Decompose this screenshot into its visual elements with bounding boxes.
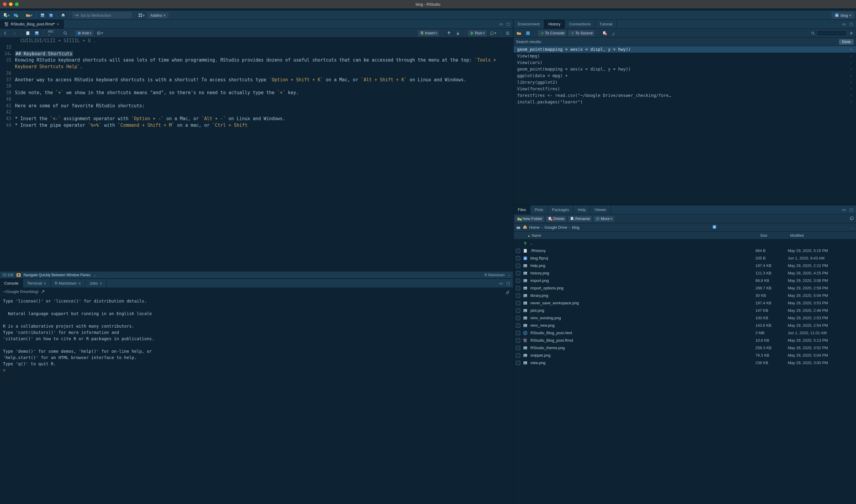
- grid-view-button[interactable]: ▾: [137, 12, 146, 18]
- file-row[interactable]: library.png30 KBMay 29, 2020, 5:04 PM: [514, 292, 856, 299]
- delete-button[interactable]: Delete: [546, 216, 566, 222]
- save-all-button[interactable]: [47, 12, 54, 18]
- popout-icon[interactable]: [40, 289, 45, 294]
- file-checkbox[interactable]: [516, 286, 520, 290]
- open-file-button[interactable]: ▾: [24, 12, 34, 18]
- maximize-pane-button[interactable]: ▢: [505, 21, 511, 27]
- file-checkbox[interactable]: [516, 264, 520, 268]
- more-button[interactable]: More▾: [594, 216, 614, 222]
- file-row[interactable]: RStudio_theme.png258.3 KBMay 28, 2020, 3…: [514, 344, 856, 352]
- find-replace-button[interactable]: [62, 30, 69, 36]
- editor-content[interactable]: CUIILIUI/CLII + SIIIIL + U .3334▾## Keyb…: [0, 38, 513, 271]
- to-source-button[interactable]: To Source: [568, 30, 595, 36]
- history-item[interactable]: forestfires <- read.csv("~/Google Drive/…: [514, 92, 856, 98]
- addins-menu[interactable]: Addins▾: [147, 12, 169, 19]
- file-row[interactable]: Rblog.Rproj205 BJun 1, 2020, 9:43 AM: [514, 254, 856, 262]
- file-row[interactable]: plot.png147 KBMay 29, 2020, 2:48 PM: [514, 307, 856, 314]
- files-tab-files[interactable]: Files: [514, 205, 530, 214]
- file-row[interactable]: snippet.png79.3 KBMay 29, 2020, 5:04 PM: [514, 352, 856, 359]
- spellcheck-button[interactable]: ABC✓: [47, 29, 55, 37]
- breadcrumb-segment[interactable]: blog: [572, 225, 579, 230]
- code-line[interactable]: 40: [0, 96, 513, 103]
- files-tab-plots[interactable]: Plots: [530, 205, 548, 214]
- save-history-button[interactable]: [524, 30, 532, 36]
- to-console-button[interactable]: To Console: [538, 30, 566, 36]
- jump-up-button[interactable]: [445, 30, 452, 36]
- code-line[interactable]: 38: [0, 83, 513, 90]
- file-row[interactable]: history.png121.3 KBMay 29, 2020, 4:25 PM: [514, 269, 856, 277]
- minimize-pane-button[interactable]: ▭: [498, 21, 504, 27]
- file-checkbox[interactable]: [516, 271, 520, 275]
- code-line[interactable]: 33: [0, 44, 513, 51]
- file-row[interactable]: RStudio_Blog_post.Rmd10.6 KBMay 29, 2020…: [514, 337, 856, 344]
- console-output[interactable]: Type 'license()' or 'licence()' for dist…: [0, 296, 513, 504]
- file-checkbox[interactable]: [516, 323, 520, 328]
- jump-down-button[interactable]: [454, 30, 462, 36]
- project-menu[interactable]: Rblog▾: [832, 12, 854, 19]
- breadcrumb-segment[interactable]: Home: [529, 225, 540, 230]
- file-row[interactable]: import.png68.8 KBMay 29, 2020, 3:06 PM: [514, 277, 856, 284]
- outline-button[interactable]: [504, 30, 511, 36]
- file-checkbox[interactable]: [516, 346, 520, 350]
- source-tab[interactable]: RStudio_Blog_post.Rmd* ×: [0, 20, 64, 29]
- history-item[interactable]: View(mpg)›: [514, 53, 856, 59]
- close-window-button[interactable]: [3, 2, 6, 6]
- rerun-button[interactable]: ▾: [489, 30, 498, 36]
- files-tab-packages[interactable]: Packages: [548, 205, 573, 214]
- file-row[interactable]: renv_existing.png100 KBMay 29, 2020, 2:5…: [514, 314, 856, 322]
- file-checkbox[interactable]: [516, 256, 520, 260]
- file-checkbox[interactable]: [516, 338, 520, 343]
- save-current-button[interactable]: [33, 30, 40, 36]
- print-button[interactable]: [59, 12, 67, 18]
- file-row[interactable]: import_options.png288.7 KBMay 29, 2020, …: [514, 284, 856, 292]
- console-tab-console[interactable]: Console: [0, 279, 23, 288]
- gear-button[interactable]: ▾: [95, 30, 104, 36]
- refresh-button[interactable]: [850, 216, 854, 221]
- minimize-window-button[interactable]: [9, 2, 13, 6]
- file-checkbox[interactable]: [516, 301, 520, 305]
- home-icon[interactable]: [523, 224, 527, 229]
- files-tab-viewer[interactable]: Viewer: [590, 205, 611, 214]
- code-line[interactable]: 41Here are some of our favorite RStudio …: [0, 103, 513, 109]
- code-line[interactable]: 35Knowing RStudio keyboard shortcuts wil…: [0, 57, 513, 70]
- env-tab-history[interactable]: History: [544, 20, 565, 29]
- size-header[interactable]: Size: [760, 233, 790, 238]
- maximize-pane-button[interactable]: ▢: [505, 281, 511, 286]
- forward-button[interactable]: [11, 30, 18, 36]
- file-checkbox[interactable]: [516, 331, 520, 335]
- code-line[interactable]: 39Side note, the `+` we show in the shor…: [0, 90, 513, 96]
- insert-button[interactable]: Insert▾: [418, 30, 439, 36]
- parent-folder-row[interactable]: ..: [514, 239, 856, 247]
- save-button[interactable]: [39, 12, 46, 18]
- file-checkbox[interactable]: [516, 308, 520, 313]
- code-line[interactable]: 42: [0, 109, 513, 116]
- file-row[interactable]: RStudio_Blog_post.html3 MBJun 1, 2020, 1…: [514, 329, 856, 337]
- minimize-pane-button[interactable]: ▭: [841, 207, 847, 213]
- history-item[interactable]: library(ggplot2)›: [514, 79, 856, 86]
- history-item[interactable]: View(cars)›: [514, 59, 856, 66]
- history-item[interactable]: View(forestfires)›: [514, 86, 856, 92]
- name-header[interactable]: Name: [532, 233, 541, 238]
- file-row[interactable]: help.png197.4 KBMay 29, 2020, 2:22 PM: [514, 262, 856, 269]
- minimize-pane-button[interactable]: ▭: [841, 21, 847, 27]
- code-line[interactable]: 44* Insert the pipe operator `%>%` with …: [0, 122, 513, 129]
- code-line[interactable]: 37Another way to access RStudio keyboard…: [0, 77, 513, 84]
- history-item[interactable]: geom_point(mapping = aes(x = displ, y = …: [514, 66, 856, 72]
- rename-button[interactable]: Rename: [568, 216, 592, 222]
- console-tab-r-markdown[interactable]: R Markdown×: [51, 279, 85, 288]
- doc-type-label[interactable]: R Markdown: [484, 273, 504, 277]
- code-line[interactable]: 36: [0, 70, 513, 77]
- history-search-input[interactable]: [817, 30, 847, 36]
- run-button[interactable]: Run▾: [468, 30, 487, 36]
- maximize-pane-button[interactable]: ▢: [848, 207, 854, 213]
- broom-icon[interactable]: [505, 289, 510, 294]
- remove-entry-button[interactable]: [601, 30, 608, 36]
- code-line[interactable]: 34▾## Keyboard Shortcuts: [0, 51, 513, 57]
- show-in-new-window-button[interactable]: [24, 30, 31, 36]
- file-checkbox[interactable]: [516, 316, 520, 320]
- file-row[interactable]: .Rhistory864 BMay 29, 2020, 5:15 PM: [514, 247, 856, 254]
- goto-file-input[interactable]: Go to file/function: [72, 12, 132, 19]
- clear-history-button[interactable]: [610, 30, 617, 36]
- env-tab-environment[interactable]: Environment: [514, 20, 544, 29]
- file-checkbox[interactable]: [516, 361, 520, 365]
